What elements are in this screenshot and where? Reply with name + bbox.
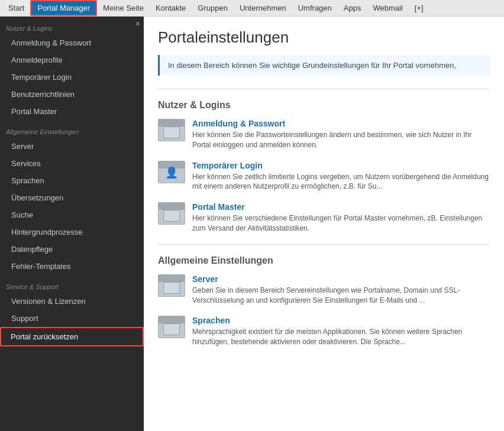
sidebar-item-versionen--lizenzen[interactable]: Versionen & Lizenzen <box>0 293 144 310</box>
top-nav-item-kontakte[interactable]: Kontakte <box>150 1 192 15</box>
sidebar-close-button[interactable]: × <box>135 19 140 28</box>
main-content: Portaleinstellungen In diesem Bereich kö… <box>144 17 504 431</box>
section-divider <box>158 89 490 89</box>
sidebar-item-anmeldeprofile[interactable]: Anmeldeprofile <box>0 51 144 69</box>
screen-icon <box>158 119 185 141</box>
item-title-link[interactable]: Anmeldung & Passwort <box>192 119 285 128</box>
screen-icon <box>158 202 185 225</box>
content-item: SprachenMehrsprachigkeit existiert für d… <box>158 316 490 347</box>
content-item: Portal MasterHier können Sie verschieden… <box>158 202 490 234</box>
item-content-block: Portal MasterHier können Sie verschieden… <box>192 202 490 234</box>
item-description: Hier können Sie verschiedene Einstellung… <box>192 213 490 234</box>
item-content-block: ServerGeben Sie in diesem Bereich Server… <box>192 274 490 306</box>
item-description: Mehrsprachigkeit existiert für die meist… <box>192 327 490 347</box>
top-nav-item-gruppen[interactable]: Gruppen <box>192 1 234 15</box>
sidebar-item-services[interactable]: Services <box>0 155 144 172</box>
sidebar-item-fehler-templates[interactable]: Fehler-Templates <box>0 258 144 275</box>
sidebar-item-suche[interactable]: Suche <box>0 206 144 223</box>
person-icon <box>158 161 185 183</box>
sidebar-item-portal-zurcksetzen[interactable]: Portal zurücksetzen <box>0 327 144 346</box>
item-description: Hier können Sie die Passworteinstellunge… <box>192 130 490 150</box>
item-title-link[interactable]: Sprachen <box>192 316 230 325</box>
item-title-link[interactable]: Portal Master <box>192 202 245 212</box>
top-nav-item-unternehmen[interactable]: Unternehmen <box>234 1 292 15</box>
item-content-block: SprachenMehrsprachigkeit existiert für d… <box>192 316 490 347</box>
section-header: Nutzer & Logins <box>158 100 490 111</box>
top-nav: StartPortal ManagerMeine SeiteKontakteGr… <box>0 0 504 17</box>
info-box: In diesem Bereich können Sie wichtige Gr… <box>158 55 490 76</box>
sidebar-item-server[interactable]: Server <box>0 138 144 155</box>
item-description: Hier können Sie zeitlich limitierte Logi… <box>192 172 490 192</box>
sidebar-section-label: Allgemeine Einstellungen <box>0 120 144 138</box>
top-nav-item-apps[interactable]: Apps <box>338 1 367 15</box>
item-title-link[interactable]: Server <box>192 274 218 284</box>
sidebar-item-support[interactable]: Support <box>0 310 144 327</box>
sidebar: × Nutzer & LoginsAnmeldung & PasswortAnm… <box>0 17 144 431</box>
item-description: Geben Sie in diesem Bereich Servereinste… <box>192 286 490 306</box>
sidebar-item-portal-master[interactable]: Portal Master <box>0 103 144 120</box>
content-item: ServerGeben Sie in diesem Bereich Server… <box>158 274 490 306</box>
sidebar-item-bersetzungen[interactable]: Übersetzungen <box>0 189 144 206</box>
top-nav-item-[interactable]: [+] <box>409 1 429 15</box>
item-content-block: Temporärer LoginHier können Sie zeitlich… <box>192 161 490 192</box>
content-item: Anmeldung & PasswortHier können Sie die … <box>158 119 490 150</box>
page-title: Portaleinstellungen <box>158 28 490 47</box>
top-nav-item-start[interactable]: Start <box>2 1 30 15</box>
sidebar-item-datenpflege[interactable]: Datenpflege <box>0 241 144 258</box>
top-nav-item-portal-manager[interactable]: Portal Manager <box>30 0 97 16</box>
sidebar-section-label: Nutzer & Logins <box>0 17 144 34</box>
section-header: Allgemeine Einstellungen <box>158 255 490 266</box>
sidebar-item-temporrer-login[interactable]: Temporärer Login <box>0 69 144 86</box>
main-layout: × Nutzer & LoginsAnmeldung & PasswortAnm… <box>0 17 504 431</box>
item-title-link[interactable]: Temporärer Login <box>192 161 263 170</box>
top-nav-item-webmail[interactable]: Webmail <box>367 1 408 15</box>
screen-icon <box>158 274 185 297</box>
section-divider <box>158 244 490 245</box>
sidebar-item-hintergrundprozesse[interactable]: Hintergrundprozesse <box>0 223 144 241</box>
content-item: Temporärer LoginHier können Sie zeitlich… <box>158 161 490 192</box>
sidebar-item-sprachen[interactable]: Sprachen <box>0 172 144 189</box>
sidebar-item-anmeldung--passwort[interactable]: Anmeldung & Passwort <box>0 34 144 51</box>
screen-icon <box>158 316 185 338</box>
top-nav-item-meine-seite[interactable]: Meine Seite <box>97 1 150 15</box>
sidebar-section-label: Service & Support <box>0 275 144 293</box>
top-nav-item-umfragen[interactable]: Umfragen <box>292 1 338 15</box>
item-content-block: Anmeldung & PasswortHier können Sie die … <box>192 119 490 150</box>
sidebar-item-benutzerrichtlinien[interactable]: Benutzerrichtlinien <box>0 86 144 103</box>
